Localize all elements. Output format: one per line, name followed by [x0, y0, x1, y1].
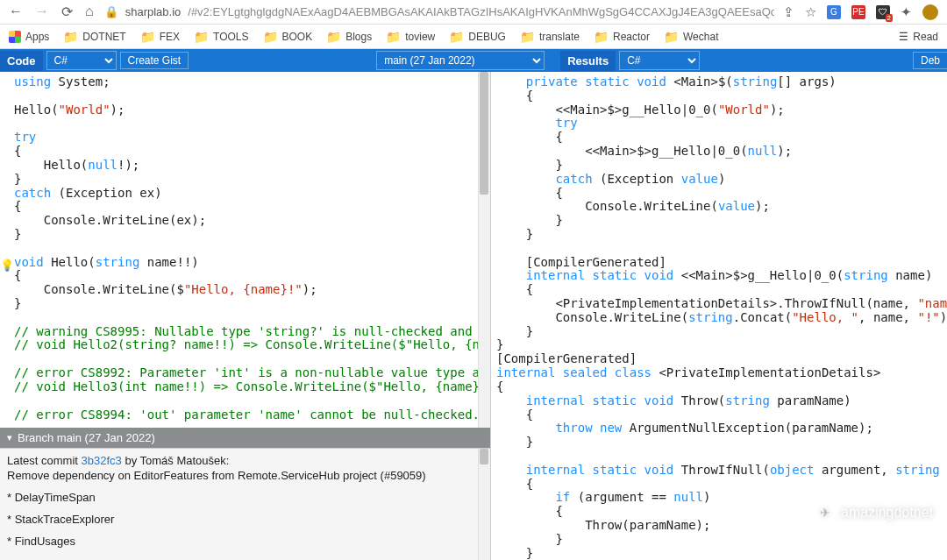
commit-item: * StackTraceExplorer: [7, 513, 483, 526]
bm-reactor[interactable]: 📁Reactor: [594, 30, 650, 44]
commit-item: * DelayTimeSpan: [7, 491, 483, 504]
pdf-ext-icon[interactable]: PE: [851, 5, 865, 19]
branch-info-bar[interactable]: ▾ Branch main (27 Jan 2022): [0, 428, 490, 448]
apps-icon: [9, 31, 21, 43]
bm-blogs[interactable]: 📁Blogs: [326, 30, 372, 44]
branch-select[interactable]: main (27 Jan 2022): [376, 51, 545, 70]
extensions-icon[interactable]: ✦: [901, 4, 912, 20]
results-label: Results: [560, 51, 616, 71]
forward-icon[interactable]: →: [35, 4, 49, 20]
branch-info-text: Branch main (27 Jan 2022): [18, 431, 155, 444]
adblock-ext-icon[interactable]: 🛡2: [876, 5, 890, 19]
folder-icon: 📁: [263, 30, 278, 44]
bm-fex[interactable]: 📁FEX: [140, 30, 180, 44]
url-hash: /#v2:EYLgtghglgdgNAExAagD4AEBMBGAsAKAIAk…: [188, 5, 774, 18]
folder-icon: 📁: [664, 30, 679, 44]
bm-tools[interactable]: 📁TOOLS: [194, 30, 248, 44]
app-bar: Code C# Create Gist main (27 Jan 2022) R…: [0, 49, 947, 72]
folder-icon: 📁: [194, 30, 209, 44]
bookmarks-bar: Apps 📁DOTNET 📁FEX 📁TOOLS 📁BOOK 📁Blogs 📁t…: [0, 25, 947, 49]
folder-icon: 📁: [63, 30, 78, 44]
home-icon[interactable]: ⌂: [85, 4, 94, 20]
url-domain: sharplab.io: [125, 5, 182, 18]
result-lang-select[interactable]: C#: [619, 51, 700, 70]
translate-ext-icon[interactable]: G: [827, 5, 841, 19]
back-icon[interactable]: ←: [9, 4, 23, 20]
editor-scrollbar[interactable]: [478, 72, 490, 428]
reading-list-icon: ☰: [899, 31, 908, 43]
debug-button[interactable]: Deb: [913, 52, 947, 69]
share-icon[interactable]: ⇪: [783, 4, 794, 20]
reload-icon[interactable]: ⟳: [61, 4, 73, 20]
latest-commit-line: Latest commit 3b32fc3 by Tomáš Matoušek:: [7, 454, 483, 467]
create-gist-button[interactable]: Create Gist: [120, 52, 189, 69]
commit-scrollbar[interactable]: [478, 449, 490, 560]
commit-title: Remove dependency on EditorFeatures from…: [7, 469, 483, 482]
hint-bulb-icon[interactable]: 💡: [0, 259, 14, 272]
folder-icon: 📁: [386, 30, 401, 44]
code-editor-pane: 💡 using System; Hello("World"); try { He…: [0, 72, 491, 560]
code-editor[interactable]: 💡 using System; Hello("World"); try { He…: [0, 72, 490, 428]
commit-hash-link[interactable]: 3b32fc3: [82, 454, 122, 467]
commit-item: * FindUsages: [7, 535, 483, 548]
bm-debug[interactable]: 📁DEBUG: [449, 30, 506, 44]
browser-toolbar: ← → ⟳ ⌂ 🔒 sharplab.io/#v2:EYLgtghglgdgNA…: [0, 0, 947, 25]
profile-icon[interactable]: [922, 4, 938, 20]
reading-list[interactable]: ☰Read: [899, 31, 938, 43]
folder-icon: 📁: [140, 30, 155, 44]
folder-icon: 📁: [449, 30, 464, 44]
folder-icon: 📁: [594, 30, 609, 44]
folder-icon: 📁: [326, 30, 341, 44]
bm-book[interactable]: 📁BOOK: [263, 30, 313, 44]
lock-icon: 🔒: [104, 5, 118, 18]
apps-shortcut[interactable]: Apps: [9, 31, 49, 43]
results-pane: private static void <Main>$(string[] arg…: [491, 72, 947, 560]
bm-wechat[interactable]: 📁Wechat: [664, 30, 718, 44]
code-label: Code: [0, 51, 43, 71]
language-select[interactable]: C#: [46, 51, 117, 70]
url-bar[interactable]: 🔒 sharplab.io/#v2:EYLgtghglgdgNAExAagD4A…: [103, 5, 774, 18]
results-code[interactable]: private static void <Main>$(string[] arg…: [491, 72, 947, 560]
main-split: 💡 using System; Hello("World"); try { He…: [0, 72, 947, 560]
commit-panel: Latest commit 3b32fc3 by Tomáš Matoušek:…: [0, 448, 490, 560]
bm-translate[interactable]: 📁translate: [520, 30, 580, 44]
bm-toview[interactable]: 📁toview: [386, 30, 435, 44]
folder-icon: 📁: [520, 30, 535, 44]
bm-dotnet[interactable]: 📁DOTNET: [63, 30, 125, 44]
chevron-down-icon: ▾: [7, 432, 12, 443]
star-icon[interactable]: ☆: [805, 4, 816, 20]
